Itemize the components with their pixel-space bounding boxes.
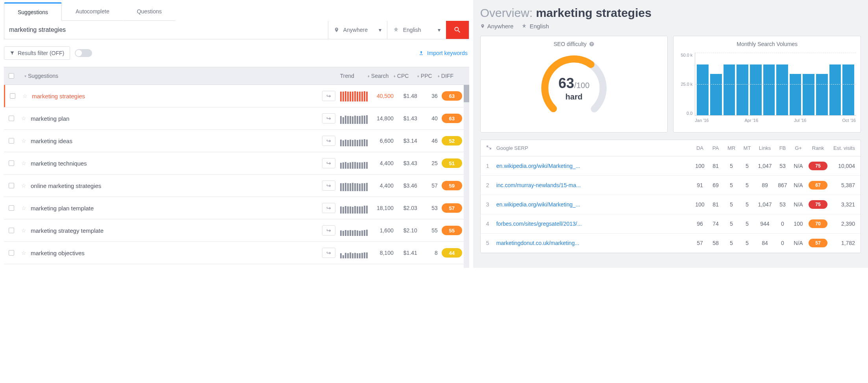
star-icon[interactable]: ☆ <box>21 115 31 122</box>
star-icon[interactable]: ☆ <box>21 182 31 189</box>
serp-url[interactable]: forbes.com/sites/gregsatell/2013/... <box>496 221 692 227</box>
serp-row[interactable]: 5 marketingdonut.co.uk/marketing... 57 5… <box>481 234 861 253</box>
table-row[interactable]: ☆ marketing plan template ↪ 18,100 $2.03… <box>4 197 469 219</box>
help-icon[interactable]: ? <box>589 41 594 47</box>
star-icon[interactable]: ☆ <box>21 160 31 166</box>
cpc-value: $2.10 <box>394 227 417 234</box>
table-row[interactable]: ☆ marketing strategy template ↪ 1,600 $2… <box>4 219 469 242</box>
location-icon <box>334 26 339 33</box>
tabs: SuggestionsAutocompleteQuestions <box>4 2 469 21</box>
serp-url[interactable]: inc.com/murray-newlands/15-ma... <box>496 182 692 188</box>
row-checkbox[interactable] <box>9 116 14 121</box>
chart-bar <box>790 74 801 115</box>
diff-pill: 63 <box>442 114 462 123</box>
scrollbar-thumb[interactable] <box>464 85 469 102</box>
scrollbar[interactable] <box>464 85 469 268</box>
location-icon <box>480 23 485 29</box>
serp-url[interactable]: en.wikipedia.org/wiki/Marketing_... <box>496 201 692 208</box>
links-value: 1,047 <box>755 163 775 169</box>
col-diff[interactable]: ♦DIFF <box>438 73 466 79</box>
search-button[interactable] <box>446 21 469 39</box>
row-checkbox[interactable] <box>9 138 14 144</box>
table-row[interactable]: ☆ marketing strategy examples ↪ 4,400 $1… <box>4 264 469 268</box>
keyword-text: marketing techniques <box>31 160 322 167</box>
keyword-text: marketing plan <box>31 115 322 122</box>
col-search[interactable]: ♦Search <box>368 73 394 79</box>
go-to-button[interactable]: ↪ <box>322 225 335 236</box>
table-row[interactable]: ☆ online marketing strategies ↪ 4,400 $3… <box>4 175 469 197</box>
table-row[interactable]: ☆ marketing objectives ↪ 8,100 $1.41 8 4… <box>4 242 469 264</box>
rank-pill: 75 <box>809 200 827 209</box>
select-all-checkbox[interactable] <box>9 73 14 79</box>
gplus-value: 100 <box>790 221 806 227</box>
filter-icon <box>10 51 15 55</box>
chart-bar <box>724 64 735 115</box>
star-icon[interactable]: ☆ <box>21 138 31 144</box>
go-to-button[interactable]: ↪ <box>322 203 335 213</box>
go-to-button[interactable]: ↪ <box>322 113 335 123</box>
ppc-value: 46 <box>417 138 438 144</box>
keyword-text: marketing strategies <box>32 93 322 99</box>
tab-autocomplete[interactable]: Autocomplete <box>62 2 123 21</box>
serp-row[interactable]: 2 inc.com/murray-newlands/15-ma... 91 69… <box>481 176 861 195</box>
star-icon[interactable]: ☆ <box>21 227 31 234</box>
serp-position: 3 <box>486 201 496 208</box>
table-row[interactable]: ☆ marketing plan ↪ 14,800 $1.43 40 63 <box>4 107 469 130</box>
import-keywords-link[interactable]: Import keywords <box>418 50 468 56</box>
seo-difficulty-card: SEO difficulty? 63/100 hard <box>480 36 668 133</box>
cpc-value: $1.43 <box>394 115 417 122</box>
serp-row[interactable]: 1 en.wikipedia.org/wiki/Marketing_... 10… <box>481 157 861 176</box>
table-row[interactable]: ☆ marketing techniques ↪ 4,400 $3.43 25 … <box>4 152 469 175</box>
expand-icon[interactable] <box>486 145 492 150</box>
visits-value: 5,387 <box>830 182 855 188</box>
serp-row[interactable]: 3 en.wikipedia.org/wiki/Marketing_... 10… <box>481 195 861 214</box>
mr-value: 5 <box>724 163 739 169</box>
results-filter-button[interactable]: Results filter (OFF) <box>4 46 70 60</box>
keyword-input[interactable] <box>4 21 328 39</box>
tab-questions[interactable]: Questions <box>123 2 176 21</box>
cpc-value: $1.48 <box>394 93 417 99</box>
keyword-text: marketing objectives <box>31 250 322 256</box>
star-icon[interactable]: ☆ <box>22 93 32 99</box>
col-cpc[interactable]: ♦CPC <box>394 73 417 79</box>
volume-chart: 50.0 k25.0 k0.0 Jan '16Apr '16Jul '16Oct… <box>678 53 856 127</box>
row-checkbox[interactable] <box>9 205 14 211</box>
diff-pill: 51 <box>442 158 462 168</box>
row-checkbox[interactable] <box>9 228 14 233</box>
table-row[interactable]: ☆ marketing strategies ↪ 40,500 $1.48 36… <box>4 85 469 107</box>
mt-value: 5 <box>739 201 755 208</box>
mr-value: 5 <box>724 221 739 227</box>
search-volume: 14,800 <box>368 115 394 122</box>
row-checkbox[interactable] <box>9 183 14 188</box>
col-ppc[interactable]: ♦PPC <box>417 73 438 79</box>
search-volume: 8,100 <box>368 250 394 256</box>
go-to-button[interactable]: ↪ <box>322 136 335 146</box>
go-to-button[interactable]: ↪ <box>322 180 335 191</box>
upload-icon <box>418 50 424 56</box>
filter-toggle[interactable] <box>75 49 92 57</box>
cpc-value: $3.46 <box>394 182 417 189</box>
serp-row[interactable]: 4 forbes.com/sites/gregsatell/2013/... 9… <box>481 214 861 234</box>
location-select[interactable]: Anywhere ▾ <box>328 21 387 39</box>
language-icon <box>521 23 527 29</box>
col-suggestions[interactable]: ▾Suggestions <box>21 73 322 79</box>
chart-bar <box>776 64 788 115</box>
go-to-button[interactable]: ↪ <box>322 91 335 101</box>
serp-url[interactable]: marketingdonut.co.uk/marketing... <box>496 240 692 246</box>
star-icon[interactable]: ☆ <box>21 205 31 211</box>
row-checkbox[interactable] <box>9 250 14 256</box>
language-select[interactable]: English ▾ <box>387 21 446 39</box>
language-icon <box>393 27 399 33</box>
row-checkbox[interactable] <box>10 93 15 99</box>
tab-suggestions[interactable]: Suggestions <box>4 2 62 21</box>
go-to-button[interactable]: ↪ <box>322 248 335 258</box>
row-checkbox[interactable] <box>9 160 14 166</box>
rank-pill: 70 <box>809 219 827 228</box>
mt-value: 5 <box>739 163 755 169</box>
table-row[interactable]: ☆ marketing ideas ↪ 6,600 $3.14 46 52 <box>4 130 469 152</box>
serp-url[interactable]: en.wikipedia.org/wiki/Marketing_... <box>496 163 692 169</box>
go-to-button[interactable]: ↪ <box>322 158 335 168</box>
search-volume: 4,400 <box>368 182 394 189</box>
star-icon[interactable]: ☆ <box>21 250 31 256</box>
search-volume: 18,100 <box>368 205 394 211</box>
